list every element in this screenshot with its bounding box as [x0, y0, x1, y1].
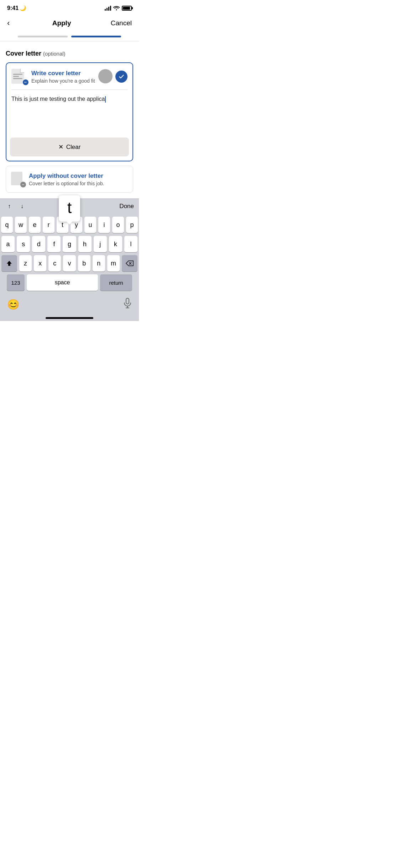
section-title: Cover letter (optional) [6, 50, 133, 57]
apply-without-title: Apply without cover letter [29, 172, 104, 180]
key-h[interactable]: h [78, 236, 92, 252]
svg-rect-0 [126, 298, 129, 304]
key-j[interactable]: j [94, 236, 107, 252]
key-k[interactable]: k [109, 236, 122, 252]
key-b[interactable]: b [78, 255, 90, 272]
key-w[interactable]: w [15, 217, 27, 233]
drag-handle [98, 69, 113, 83]
key-i[interactable]: i [98, 217, 110, 233]
clear-button[interactable]: ✕ Clear [10, 138, 129, 156]
home-bar [46, 317, 93, 319]
text-cursor [105, 96, 106, 103]
key-d[interactable]: d [32, 236, 45, 252]
backspace-key[interactable] [122, 255, 137, 272]
home-indicator [0, 314, 139, 321]
numbers-key[interactable]: 123 [7, 274, 25, 291]
write-cover-letter-icon: ✏ [11, 69, 27, 84]
return-key[interactable]: return [100, 274, 132, 291]
status-bar: 9:41🌙 [0, 0, 139, 14]
cover-letter-card[interactable]: ✏ Write cover letter Explain how you're … [6, 62, 133, 161]
keyboard-row-3: z x c v b n m [1, 255, 137, 272]
done-button[interactable]: Done [119, 203, 134, 210]
key-p[interactable]: p [126, 217, 138, 233]
apply-without-card[interactable]: − Apply without cover letter Cover lette… [6, 166, 133, 193]
selected-checkmark [115, 71, 127, 83]
cover-letter-textarea[interactable]: This is just me testing out the applica [6, 90, 132, 133]
apply-without-subtitle: Cover letter is optional for this job. [29, 181, 104, 186]
space-key[interactable]: space [27, 274, 98, 291]
progress-tab-2 [71, 36, 121, 37]
status-icons [105, 5, 132, 11]
key-l[interactable]: l [124, 236, 137, 252]
key-a[interactable]: a [1, 236, 15, 252]
apply-without-icon: − [11, 172, 25, 187]
key-f[interactable]: f [47, 236, 61, 252]
key-g[interactable]: g [63, 236, 76, 252]
status-time: 9:41🌙 [7, 5, 26, 11]
key-m[interactable]: m [107, 255, 120, 272]
keyboard-bottom: 😊 [0, 295, 139, 314]
shift-key[interactable] [1, 255, 17, 272]
keyboard-row-4: 123 space return [1, 274, 137, 291]
toolbar-up-arrow[interactable]: ↑ [5, 202, 14, 211]
toolbar-arrows: ↑ ↓ [5, 202, 26, 211]
nav-title: Apply [52, 19, 71, 27]
signal-icon [105, 6, 111, 11]
battery-icon [122, 6, 132, 11]
keyboard-row-2: a s d f g h j k l [1, 236, 137, 252]
key-r[interactable]: r [43, 217, 54, 233]
keyboard-toolbar: ↑ ↓ t Done [0, 198, 139, 214]
progress-tabs [0, 33, 139, 41]
key-u[interactable]: u [84, 217, 96, 233]
microphone-button[interactable] [123, 298, 132, 311]
key-c[interactable]: c [48, 255, 61, 272]
progress-tab-1 [18, 36, 68, 37]
wifi-icon [113, 5, 120, 11]
moon-icon: 🌙 [20, 5, 26, 11]
toolbar-down-arrow[interactable]: ↓ [18, 202, 26, 211]
key-q[interactable]: q [1, 217, 13, 233]
key-s[interactable]: s [17, 236, 30, 252]
key-z[interactable]: z [19, 255, 32, 272]
pencil-icon: ✏ [23, 79, 28, 85]
key-o[interactable]: o [112, 217, 124, 233]
cancel-button[interactable]: Cancel [111, 19, 132, 27]
nav-bar: ‹ Apply Cancel [0, 14, 139, 33]
popup-key-t: t [59, 195, 80, 222]
key-n[interactable]: n [93, 255, 105, 272]
key-x[interactable]: x [34, 255, 46, 272]
clear-x-icon: ✕ [58, 143, 63, 151]
keyboard: q w e r t y u i o p a s d f g h j k l z … [0, 214, 139, 295]
main-content: Cover letter (optional) ✏ Write cover le… [0, 41, 139, 198]
card-header: ✏ Write cover letter Explain how you're … [6, 63, 132, 89]
key-v[interactable]: v [63, 255, 75, 272]
key-e[interactable]: e [29, 217, 41, 233]
back-button[interactable]: ‹ [7, 17, 12, 29]
popup-key-container: t [59, 195, 80, 222]
emoji-button[interactable]: 😊 [7, 299, 20, 310]
